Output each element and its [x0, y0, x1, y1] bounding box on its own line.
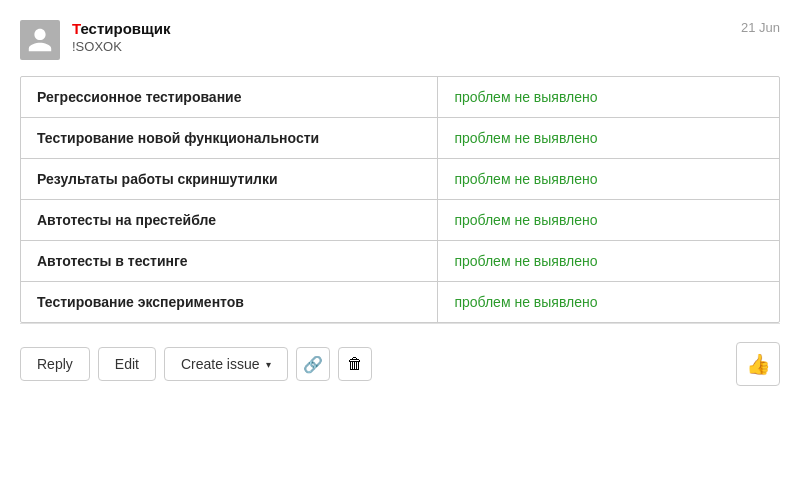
reply-button[interactable]: Reply [20, 347, 90, 381]
thumbs-up-button[interactable]: 👍 [736, 342, 780, 386]
post-meta: Тестировщик !SOXOK [72, 20, 170, 54]
subtitle: !SOXOK [72, 39, 170, 54]
action-bar: Reply Edit Create issue ▾ 🔗 🗑 👍 [0, 324, 800, 404]
create-issue-label: Create issue [181, 356, 260, 372]
chevron-down-icon: ▾ [266, 359, 271, 370]
create-issue-button[interactable]: Create issue ▾ [164, 347, 288, 381]
table-cell-label: Регрессионное тестирование [21, 77, 438, 118]
table-row: Тестирование экспериментов проблем не вы… [21, 282, 779, 323]
table-cell-status: проблем не выявлено [438, 77, 779, 118]
table-cell-label: Тестирование новой функциональности [21, 118, 438, 159]
username: Тестировщик [72, 20, 170, 37]
table-row: Автотесты на престейбле проблем не выявл… [21, 200, 779, 241]
post-header: Тестировщик !SOXOK 21 Jun [20, 20, 780, 60]
link-button[interactable]: 🔗 [296, 347, 330, 381]
table-cell-status: проблем не выявлено [438, 159, 779, 200]
avatar [20, 20, 60, 60]
table-cell-label: Автотесты в тестинге [21, 241, 438, 282]
delete-icon: 🗑 [347, 355, 363, 373]
table-cell-status: проблем не выявлено [438, 200, 779, 241]
table-cell-status: проблем не выявлено [438, 282, 779, 323]
table-cell-label: Результаты работы скриншутилки [21, 159, 438, 200]
table-cell-status: проблем не выявлено [438, 241, 779, 282]
table-row: Автотесты в тестинге проблем не выявлено [21, 241, 779, 282]
delete-button[interactable]: 🗑 [338, 347, 372, 381]
table-cell-status: проблем не выявлено [438, 118, 779, 159]
post-header-left: Тестировщик !SOXOK [20, 20, 170, 60]
post-container: Тестировщик !SOXOK 21 Jun Регрессионное … [0, 0, 800, 323]
table-cell-label: Тестирование экспериментов [21, 282, 438, 323]
post-date: 21 Jun [741, 20, 780, 35]
table-cell-label: Автотесты на престейбле [21, 200, 438, 241]
check-table: Регрессионное тестирование проблем не вы… [21, 77, 779, 322]
username-rest: естировщик [80, 20, 170, 37]
check-table-wrapper: Регрессионное тестирование проблем не вы… [20, 76, 780, 323]
table-row: Результаты работы скриншутилки проблем н… [21, 159, 779, 200]
table-row: Тестирование новой функциональности проб… [21, 118, 779, 159]
link-icon: 🔗 [303, 355, 323, 374]
avatar-icon [26, 26, 54, 54]
edit-button[interactable]: Edit [98, 347, 156, 381]
action-bar-left: Reply Edit Create issue ▾ 🔗 🗑 [20, 347, 372, 381]
thumbs-up-icon: 👍 [746, 352, 771, 376]
table-row: Регрессионное тестирование проблем не вы… [21, 77, 779, 118]
